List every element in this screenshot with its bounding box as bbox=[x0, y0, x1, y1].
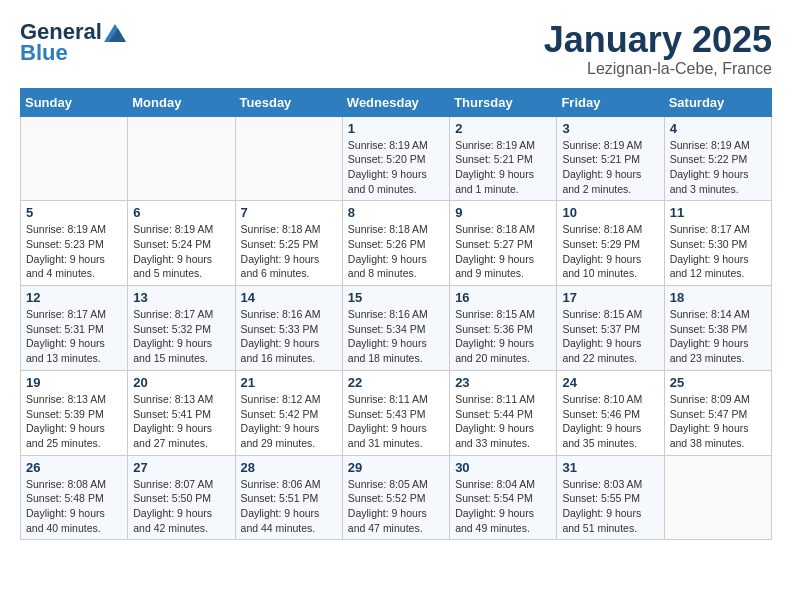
day-header-wednesday: Wednesday bbox=[342, 88, 449, 116]
day-info: Sunrise: 8:18 AM Sunset: 5:25 PM Dayligh… bbox=[241, 222, 337, 281]
day-number: 6 bbox=[133, 205, 229, 220]
calendar-table: SundayMondayTuesdayWednesdayThursdayFrid… bbox=[20, 88, 772, 541]
day-number: 24 bbox=[562, 375, 658, 390]
day-number: 3 bbox=[562, 121, 658, 136]
day-number: 4 bbox=[670, 121, 766, 136]
day-info: Sunrise: 8:13 AM Sunset: 5:41 PM Dayligh… bbox=[133, 392, 229, 451]
day-info: Sunrise: 8:09 AM Sunset: 5:47 PM Dayligh… bbox=[670, 392, 766, 451]
day-info: Sunrise: 8:12 AM Sunset: 5:42 PM Dayligh… bbox=[241, 392, 337, 451]
calendar-cell: 27Sunrise: 8:07 AM Sunset: 5:50 PM Dayli… bbox=[128, 455, 235, 540]
day-number: 29 bbox=[348, 460, 444, 475]
calendar-cell: 10Sunrise: 8:18 AM Sunset: 5:29 PM Dayli… bbox=[557, 201, 664, 286]
day-number: 23 bbox=[455, 375, 551, 390]
calendar-cell: 2Sunrise: 8:19 AM Sunset: 5:21 PM Daylig… bbox=[450, 116, 557, 201]
day-number: 25 bbox=[670, 375, 766, 390]
day-number: 1 bbox=[348, 121, 444, 136]
day-header-thursday: Thursday bbox=[450, 88, 557, 116]
calendar-cell: 28Sunrise: 8:06 AM Sunset: 5:51 PM Dayli… bbox=[235, 455, 342, 540]
day-number: 9 bbox=[455, 205, 551, 220]
day-number: 15 bbox=[348, 290, 444, 305]
calendar-week-row: 5Sunrise: 8:19 AM Sunset: 5:23 PM Daylig… bbox=[21, 201, 772, 286]
day-number: 22 bbox=[348, 375, 444, 390]
calendar-cell: 22Sunrise: 8:11 AM Sunset: 5:43 PM Dayli… bbox=[342, 370, 449, 455]
day-number: 7 bbox=[241, 205, 337, 220]
day-number: 13 bbox=[133, 290, 229, 305]
page-header: General Blue January 2025 Lezignan-la-Ce… bbox=[20, 20, 772, 78]
calendar-cell bbox=[21, 116, 128, 201]
location: Lezignan-la-Cebe, France bbox=[544, 60, 772, 78]
calendar-cell: 20Sunrise: 8:13 AM Sunset: 5:41 PM Dayli… bbox=[128, 370, 235, 455]
day-number: 20 bbox=[133, 375, 229, 390]
calendar-week-row: 1Sunrise: 8:19 AM Sunset: 5:20 PM Daylig… bbox=[21, 116, 772, 201]
calendar-cell: 31Sunrise: 8:03 AM Sunset: 5:55 PM Dayli… bbox=[557, 455, 664, 540]
day-number: 18 bbox=[670, 290, 766, 305]
day-info: Sunrise: 8:19 AM Sunset: 5:23 PM Dayligh… bbox=[26, 222, 122, 281]
logo: General Blue bbox=[20, 20, 126, 66]
day-info: Sunrise: 8:17 AM Sunset: 5:31 PM Dayligh… bbox=[26, 307, 122, 366]
day-info: Sunrise: 8:07 AM Sunset: 5:50 PM Dayligh… bbox=[133, 477, 229, 536]
calendar-cell: 15Sunrise: 8:16 AM Sunset: 5:34 PM Dayli… bbox=[342, 286, 449, 371]
day-number: 31 bbox=[562, 460, 658, 475]
day-info: Sunrise: 8:16 AM Sunset: 5:33 PM Dayligh… bbox=[241, 307, 337, 366]
calendar-cell: 5Sunrise: 8:19 AM Sunset: 5:23 PM Daylig… bbox=[21, 201, 128, 286]
day-info: Sunrise: 8:11 AM Sunset: 5:43 PM Dayligh… bbox=[348, 392, 444, 451]
day-info: Sunrise: 8:05 AM Sunset: 5:52 PM Dayligh… bbox=[348, 477, 444, 536]
calendar-cell: 24Sunrise: 8:10 AM Sunset: 5:46 PM Dayli… bbox=[557, 370, 664, 455]
calendar-cell: 3Sunrise: 8:19 AM Sunset: 5:21 PM Daylig… bbox=[557, 116, 664, 201]
day-number: 26 bbox=[26, 460, 122, 475]
day-info: Sunrise: 8:19 AM Sunset: 5:21 PM Dayligh… bbox=[455, 138, 551, 197]
logo-icon bbox=[104, 24, 126, 42]
day-info: Sunrise: 8:15 AM Sunset: 5:36 PM Dayligh… bbox=[455, 307, 551, 366]
calendar-cell: 12Sunrise: 8:17 AM Sunset: 5:31 PM Dayli… bbox=[21, 286, 128, 371]
calendar-cell: 9Sunrise: 8:18 AM Sunset: 5:27 PM Daylig… bbox=[450, 201, 557, 286]
day-info: Sunrise: 8:17 AM Sunset: 5:30 PM Dayligh… bbox=[670, 222, 766, 281]
day-header-monday: Monday bbox=[128, 88, 235, 116]
day-header-sunday: Sunday bbox=[21, 88, 128, 116]
logo-blue: Blue bbox=[20, 40, 68, 66]
day-header-tuesday: Tuesday bbox=[235, 88, 342, 116]
day-info: Sunrise: 8:04 AM Sunset: 5:54 PM Dayligh… bbox=[455, 477, 551, 536]
day-number: 12 bbox=[26, 290, 122, 305]
day-number: 27 bbox=[133, 460, 229, 475]
calendar-week-row: 26Sunrise: 8:08 AM Sunset: 5:48 PM Dayli… bbox=[21, 455, 772, 540]
day-info: Sunrise: 8:08 AM Sunset: 5:48 PM Dayligh… bbox=[26, 477, 122, 536]
day-info: Sunrise: 8:10 AM Sunset: 5:46 PM Dayligh… bbox=[562, 392, 658, 451]
month-title: January 2025 bbox=[544, 20, 772, 60]
day-info: Sunrise: 8:11 AM Sunset: 5:44 PM Dayligh… bbox=[455, 392, 551, 451]
calendar-cell: 1Sunrise: 8:19 AM Sunset: 5:20 PM Daylig… bbox=[342, 116, 449, 201]
calendar-cell: 21Sunrise: 8:12 AM Sunset: 5:42 PM Dayli… bbox=[235, 370, 342, 455]
calendar-week-row: 12Sunrise: 8:17 AM Sunset: 5:31 PM Dayli… bbox=[21, 286, 772, 371]
day-info: Sunrise: 8:17 AM Sunset: 5:32 PM Dayligh… bbox=[133, 307, 229, 366]
calendar-cell: 17Sunrise: 8:15 AM Sunset: 5:37 PM Dayli… bbox=[557, 286, 664, 371]
calendar-cell bbox=[235, 116, 342, 201]
calendar-cell: 19Sunrise: 8:13 AM Sunset: 5:39 PM Dayli… bbox=[21, 370, 128, 455]
day-info: Sunrise: 8:19 AM Sunset: 5:22 PM Dayligh… bbox=[670, 138, 766, 197]
day-number: 30 bbox=[455, 460, 551, 475]
title-block: January 2025 Lezignan-la-Cebe, France bbox=[544, 20, 772, 78]
calendar-cell: 7Sunrise: 8:18 AM Sunset: 5:25 PM Daylig… bbox=[235, 201, 342, 286]
day-info: Sunrise: 8:18 AM Sunset: 5:26 PM Dayligh… bbox=[348, 222, 444, 281]
day-number: 5 bbox=[26, 205, 122, 220]
calendar-cell: 29Sunrise: 8:05 AM Sunset: 5:52 PM Dayli… bbox=[342, 455, 449, 540]
day-info: Sunrise: 8:06 AM Sunset: 5:51 PM Dayligh… bbox=[241, 477, 337, 536]
day-number: 19 bbox=[26, 375, 122, 390]
day-info: Sunrise: 8:14 AM Sunset: 5:38 PM Dayligh… bbox=[670, 307, 766, 366]
day-info: Sunrise: 8:18 AM Sunset: 5:27 PM Dayligh… bbox=[455, 222, 551, 281]
calendar-cell: 14Sunrise: 8:16 AM Sunset: 5:33 PM Dayli… bbox=[235, 286, 342, 371]
day-info: Sunrise: 8:19 AM Sunset: 5:20 PM Dayligh… bbox=[348, 138, 444, 197]
calendar-header-row: SundayMondayTuesdayWednesdayThursdayFrid… bbox=[21, 88, 772, 116]
day-info: Sunrise: 8:19 AM Sunset: 5:24 PM Dayligh… bbox=[133, 222, 229, 281]
day-number: 16 bbox=[455, 290, 551, 305]
day-number: 2 bbox=[455, 121, 551, 136]
calendar-cell: 13Sunrise: 8:17 AM Sunset: 5:32 PM Dayli… bbox=[128, 286, 235, 371]
day-info: Sunrise: 8:15 AM Sunset: 5:37 PM Dayligh… bbox=[562, 307, 658, 366]
calendar-cell: 25Sunrise: 8:09 AM Sunset: 5:47 PM Dayli… bbox=[664, 370, 771, 455]
calendar-cell: 26Sunrise: 8:08 AM Sunset: 5:48 PM Dayli… bbox=[21, 455, 128, 540]
calendar-cell: 23Sunrise: 8:11 AM Sunset: 5:44 PM Dayli… bbox=[450, 370, 557, 455]
day-header-friday: Friday bbox=[557, 88, 664, 116]
calendar-cell: 6Sunrise: 8:19 AM Sunset: 5:24 PM Daylig… bbox=[128, 201, 235, 286]
calendar-cell: 4Sunrise: 8:19 AM Sunset: 5:22 PM Daylig… bbox=[664, 116, 771, 201]
day-number: 11 bbox=[670, 205, 766, 220]
day-number: 10 bbox=[562, 205, 658, 220]
calendar-cell bbox=[664, 455, 771, 540]
